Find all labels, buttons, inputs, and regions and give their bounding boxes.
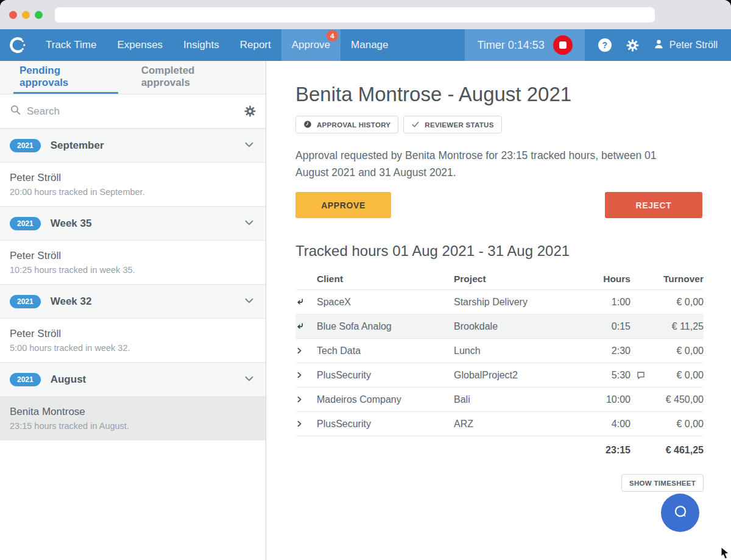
group-label: August xyxy=(51,374,233,386)
tracked-hours-title: Tracked hours 01 Aug 2021 - 31 Aug 2021 xyxy=(295,243,731,260)
approval-item-name: Benita Montrose xyxy=(10,406,256,418)
minimize-window-button[interactable] xyxy=(22,11,30,19)
sidebar-tabs: Pending approvals Completed approvals xyxy=(0,61,266,94)
table-row[interactable]: Madeiros Company Bali 10:00 € 450,00 xyxy=(295,388,704,412)
nav-item-label: Report xyxy=(240,39,271,51)
search-input[interactable] xyxy=(27,105,239,118)
navbar-right: ? xyxy=(585,29,731,61)
navbar-spacer xyxy=(399,29,465,61)
zoom-window-button[interactable] xyxy=(35,11,43,19)
approval-list-item-selected[interactable]: Benita Montrose 23:15 hours tracked in A… xyxy=(0,397,266,441)
nav-item-insights[interactable]: Insights xyxy=(173,29,230,61)
detail-chips: APPROVAL HISTORY REVIEWER STATUS xyxy=(295,116,731,133)
approval-item-desc: 20:00 hours tracked in September. xyxy=(10,187,256,197)
reviewer-status-button[interactable]: REVIEWER STATUS xyxy=(403,116,501,133)
chevron-right-icon[interactable] xyxy=(295,346,317,355)
approval-list-item[interactable]: Peter Ströll 20:00 hours tracked in Sept… xyxy=(0,163,266,207)
approval-actions: APPROVE REJECT xyxy=(295,192,702,218)
cell-project: GlobalProject2 xyxy=(454,370,554,381)
top-navbar: Track Time Expenses Insights Report Appr… xyxy=(0,29,731,61)
chip-label: APPROVAL HISTORY xyxy=(317,121,390,129)
group-header-august[interactable]: 2021 August xyxy=(0,363,266,397)
table-row[interactable]: PlusSecurity ARZ 4:00 € 0,00 xyxy=(295,412,704,436)
cell-client: SpaceX xyxy=(317,297,454,308)
group-header-september[interactable]: 2021 September xyxy=(0,129,266,163)
sidebar-search-row xyxy=(0,94,266,129)
cell-turnover: € 0,00 xyxy=(652,419,704,430)
chevron-down-icon xyxy=(242,216,256,232)
cell-client: Madeiros Company xyxy=(317,394,454,405)
approval-list-item[interactable]: Peter Ströll 5:00 hours tracked in week … xyxy=(0,319,266,363)
nav-item-manage[interactable]: Manage xyxy=(341,29,398,61)
cell-client: PlusSecurity xyxy=(317,370,454,381)
col-header-hours: Hours xyxy=(554,274,630,285)
cell-client: Blue Sofa Analog xyxy=(317,321,454,332)
cell-hours: 10:00 xyxy=(554,394,630,405)
chevron-right-icon[interactable] xyxy=(295,370,317,380)
mouse-cursor xyxy=(721,547,731,560)
table-header-row: Client Project Hours Turnover xyxy=(295,268,704,290)
reject-button[interactable]: REJECT xyxy=(605,192,702,218)
corner-down-left-icon[interactable] xyxy=(295,322,317,331)
cell-project: Starship Delivery xyxy=(454,297,554,308)
approve-button[interactable]: APPROVE xyxy=(295,192,391,218)
timer-widget[interactable]: Timer 0:14:53 xyxy=(465,29,584,61)
table-row[interactable]: PlusSecurity GlobalProject2 5:30 € 0,00 xyxy=(295,363,704,388)
group-header-week-35[interactable]: 2021 Week 35 xyxy=(0,207,266,241)
approval-item-desc: 23:15 hours tracked in August. xyxy=(10,421,256,431)
timer-stop-button[interactable] xyxy=(553,35,573,55)
address-bar[interactable] xyxy=(55,7,655,23)
approvals-sidebar: Pending approvals Completed approvals xyxy=(0,61,266,560)
settings-gear-icon[interactable] xyxy=(626,39,639,52)
page-title: Benita Montrose - August 2021 xyxy=(295,83,731,106)
chevron-down-icon xyxy=(242,138,256,154)
timer-label: Timer 0:14:53 xyxy=(477,39,544,52)
app-logo-icon[interactable] xyxy=(0,29,35,61)
approve-count-badge: 4 xyxy=(327,30,338,41)
group-label: September xyxy=(51,140,233,152)
approval-list-item[interactable]: Peter Ströll 10:25 hours tracked in week… xyxy=(0,241,266,285)
tab-label: Completed approvals xyxy=(141,65,246,89)
total-turnover: € 461,25 xyxy=(652,445,704,456)
chevron-down-icon xyxy=(242,294,256,310)
cell-hours: 2:30 xyxy=(554,346,630,356)
nav-item-expenses[interactable]: Expenses xyxy=(107,29,173,61)
nav-item-label: Manage xyxy=(351,39,388,51)
nav-item-approve[interactable]: Approve 4 xyxy=(281,29,341,61)
nav-item-report[interactable]: Report xyxy=(230,29,281,61)
corner-down-left-icon[interactable] xyxy=(295,297,317,307)
close-window-button[interactable] xyxy=(9,11,17,19)
table-row[interactable]: SpaceX Starship Delivery 1:00 € 0,00 xyxy=(295,290,704,314)
table-row[interactable]: Tech Data Lunch 2:30 € 0,00 xyxy=(295,339,704,363)
comment-icon[interactable] xyxy=(630,370,652,380)
chevron-right-icon[interactable] xyxy=(295,395,317,404)
chevron-right-icon[interactable] xyxy=(295,419,317,428)
tab-completed-approvals[interactable]: Completed approvals xyxy=(135,61,252,94)
table-row[interactable]: Blue Sofa Analog Brookdale 0:15 € 11,25 xyxy=(295,314,704,339)
search-settings-gear-icon[interactable] xyxy=(244,105,256,117)
approval-item-name: Peter Ströll xyxy=(10,328,256,340)
chip-label: REVIEWER STATUS xyxy=(425,121,493,129)
approval-request-text: Approval requested by Benita Montrose fo… xyxy=(295,147,688,181)
browser-titlebar xyxy=(0,0,731,29)
cell-client: Tech Data xyxy=(317,346,454,356)
cell-turnover: € 0,00 xyxy=(652,346,704,356)
tab-pending-approvals[interactable]: Pending approvals xyxy=(13,61,118,94)
chat-launcher-button[interactable] xyxy=(661,494,699,532)
nav-item-track-time[interactable]: Track Time xyxy=(35,29,107,61)
tracked-hours-table: Client Project Hours Turnover SpaceX Sta… xyxy=(295,268,704,464)
check-icon xyxy=(411,120,420,130)
group-header-week-32[interactable]: 2021 Week 32 xyxy=(0,285,266,319)
approval-item-name: Peter Ströll xyxy=(10,250,256,262)
col-header-client: Client xyxy=(317,274,454,285)
cell-project: ARZ xyxy=(454,419,554,430)
search-icon xyxy=(10,104,21,118)
year-badge: 2021 xyxy=(10,373,41,386)
help-icon[interactable]: ? xyxy=(598,38,612,52)
tab-label: Pending approvals xyxy=(19,65,112,89)
cell-turnover: € 450,00 xyxy=(652,394,704,405)
show-timesheet-button[interactable]: SHOW TIMESHEET xyxy=(621,474,704,492)
content-area: Pending approvals Completed approvals xyxy=(0,61,731,560)
user-menu[interactable]: Peter Ströll xyxy=(654,39,718,52)
approval-history-button[interactable]: APPROVAL HISTORY xyxy=(295,116,398,133)
